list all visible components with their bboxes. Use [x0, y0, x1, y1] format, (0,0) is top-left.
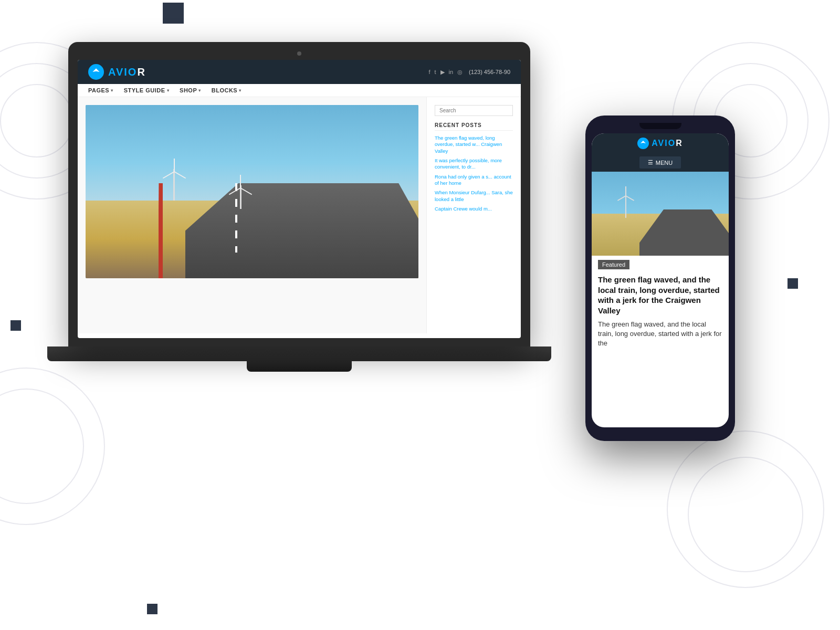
laptop-camera [297, 51, 301, 56]
nav-shop-arrow: ▾ [198, 88, 201, 93]
phone-screen: AVIOR ☰ MENU [592, 133, 729, 427]
nav-blocks-arrow: ▾ [239, 88, 242, 93]
phone-windmill [622, 186, 629, 218]
deco-square-1 [163, 3, 184, 24]
site-logo: AVIOR [88, 64, 146, 80]
nav-blocks-label: BLOCKS [212, 87, 237, 93]
linkedin-icon: in [449, 69, 454, 76]
svg-marker-0 [92, 68, 99, 72]
scene: AVIOR f t ▶ in ◎ (123) 456-78-90 [0, 0, 840, 630]
youtube-icon: ▶ [440, 69, 445, 76]
nav-pages[interactable]: PAGES ▾ [88, 87, 113, 93]
phone-blade-1 [625, 186, 626, 196]
site-header-right: f t ▶ in ◎ (123) 456-78-90 [428, 69, 510, 76]
windmill-head-1 [169, 159, 180, 169]
social-icons: f t ▶ in ◎ [428, 69, 463, 76]
phone-notch [639, 123, 681, 129]
logo-icon [88, 64, 104, 80]
phone-frame: AVIOR ☰ MENU [585, 116, 735, 441]
nav-style-guide[interactable]: STYLE GUIDE ▾ [124, 87, 169, 93]
deco-circle-10 [688, 457, 803, 572]
nav-pages-label: PAGES [88, 87, 109, 93]
phone-logo: AVIOR [637, 138, 683, 149]
laptop-screen: AVIOR f t ▶ in ◎ (123) 456-78-90 [78, 60, 521, 338]
site-nav: PAGES ▾ STYLE GUIDE ▾ SHOP ▾ BLOCKS ▾ [78, 84, 521, 97]
windmill-1 [169, 159, 180, 201]
recent-post-3[interactable]: Rona had only given a s... account of he… [435, 174, 513, 187]
logo-text-accent: O [128, 66, 138, 78]
featured-badge: Featured [598, 260, 629, 269]
twitter-icon: t [434, 69, 436, 76]
recent-post-1[interactable]: The green flag waved, long overdue, star… [435, 135, 513, 154]
phone-hero-image [592, 172, 729, 256]
recent-post-2[interactable]: It was perfectly possible, more convenie… [435, 158, 513, 171]
phone-article-excerpt: The green flag waved, and the local trai… [592, 320, 729, 349]
header-phone: (123) 456-78-90 [469, 69, 510, 75]
nav-shop[interactable]: SHOP ▾ [180, 87, 201, 93]
logo-text: AVIOR [108, 66, 146, 78]
logo-text-main: AVI [108, 66, 128, 78]
phone-logo-main: AVI [652, 139, 668, 148]
blade-1 [174, 159, 175, 172]
deco-square-4 [147, 604, 158, 614]
laptop-frame: AVIOR f t ▶ in ◎ (123) 456-78-90 [68, 42, 530, 346]
recent-post-5[interactable]: Captain Crewe would m... [435, 206, 513, 212]
menu-button[interactable]: ☰ MENU [639, 156, 681, 169]
recent-posts-title: RECENT POSTS [435, 122, 513, 131]
search-input[interactable] [435, 105, 513, 116]
nav-pages-arrow: ▾ [111, 88, 113, 93]
site-content: RECENT POSTS The green flag waved, long … [78, 97, 521, 333]
windmill-2 [235, 175, 246, 209]
laptop-stand [247, 361, 352, 372]
phone-logo-accent: O [668, 139, 676, 148]
phone-article-title: The green flag waved, and the local trai… [592, 274, 729, 320]
deco-square-2 [788, 278, 798, 289]
deco-circle-9 [667, 430, 824, 588]
phone-device: AVIOR ☰ MENU [585, 116, 735, 441]
hero-image [86, 105, 418, 278]
nav-shop-label: SHOP [180, 87, 197, 93]
menu-label: MENU [656, 160, 673, 166]
phone-menu-bar: ☰ MENU [592, 153, 729, 172]
instagram-icon: ◎ [457, 69, 463, 76]
windmill-pole-1 [173, 169, 175, 201]
blade-4 [240, 175, 241, 188]
sidebar: RECENT POSTS The green flag waved, long … [426, 97, 521, 333]
hamburger-icon: ☰ [648, 159, 653, 166]
site-header: AVIOR f t ▶ in ◎ (123) 456-78-90 [78, 60, 521, 84]
deco-circle-3 [0, 84, 74, 158]
road-edge [159, 183, 163, 279]
nav-blocks[interactable]: BLOCKS ▾ [212, 87, 242, 93]
phone-logo-icon [637, 138, 649, 149]
facebook-icon: f [428, 69, 430, 76]
road-scene [86, 105, 418, 278]
deco-square-3 [10, 320, 21, 331]
nav-style-guide-label: STYLE GUIDE [124, 87, 165, 93]
main-content [78, 97, 426, 333]
windmill-head-2 [235, 175, 246, 185]
phone-site-header: AVIOR [592, 133, 729, 153]
laptop-device: AVIOR f t ▶ in ◎ (123) 456-78-90 [68, 42, 530, 452]
laptop-base [47, 346, 551, 361]
nav-style-arrow: ▾ [167, 88, 170, 93]
svg-marker-1 [640, 141, 646, 143]
phone-windmill-head [622, 186, 629, 194]
phone-logo-r: R [676, 139, 683, 148]
phone-windmill-pole [625, 194, 626, 218]
logo-text-r: R [137, 66, 145, 78]
recent-post-4[interactable]: When Monsieur Dufarg... Sara, she looked… [435, 190, 513, 203]
phone-logo-text: AVIOR [652, 139, 683, 148]
